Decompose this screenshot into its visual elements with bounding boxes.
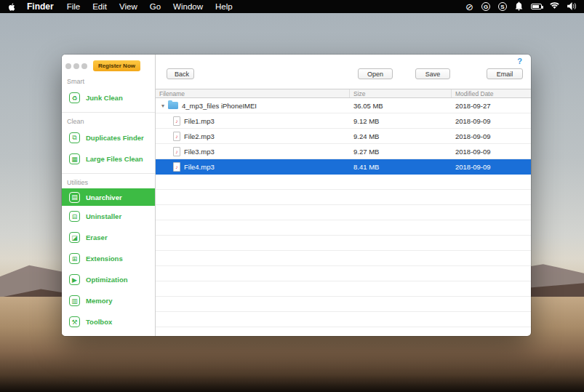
music-note-icon: ♪ [175, 149, 178, 154]
sidebar-item-extensions[interactable]: ⊞Extensions [62, 248, 155, 269]
duplicates-finder-icon: ⧉ [69, 132, 80, 143]
empty-row [156, 220, 531, 236]
sidebar-item-label: Extensions [86, 255, 123, 263]
menu-window[interactable]: Window [173, 2, 203, 11]
filename-text: 4_mp3_files iPhoneIMEI [182, 102, 257, 110]
sidebar-item-memory[interactable]: ▥Memory [62, 290, 155, 311]
active-app-name[interactable]: Finder [27, 1, 54, 12]
table-row[interactable]: ♪File1.mp39.12 MB2018-09-09 [156, 113, 531, 129]
grammarly-icon[interactable]: G [481, 2, 490, 11]
uninstaller-icon: ⊟ [69, 211, 80, 222]
email-button[interactable]: Email [487, 68, 523, 79]
extensions-icon: ⊞ [69, 253, 80, 264]
menu-file[interactable]: File [67, 2, 81, 11]
music-note-icon: ♪ [175, 119, 178, 124]
sidebar-section-label: Utilities [62, 174, 155, 188]
filename-text: File3.mp3 [184, 148, 215, 156]
sidebar-item-uninstaller[interactable]: ⊟Uninstaller [62, 206, 155, 227]
menu-status-icons: ⊘ G S [465, 1, 577, 12]
empty-row [156, 312, 531, 327]
size-cell: 9.12 MB [350, 113, 452, 128]
disclosure-triangle-icon[interactable]: ▾ [161, 103, 164, 109]
wifi-icon[interactable] [550, 2, 559, 11]
filename-cell: ♪File4.mp3 [156, 159, 350, 174]
sidebar-item-label: Duplicates Finder [86, 134, 144, 142]
sidebar-section-label: Clean [62, 113, 155, 127]
sidebar-item-unarchiver[interactable]: ▤Unarchiver [62, 188, 155, 206]
skype-icon[interactable]: S [498, 2, 507, 11]
sidebar-section-clean: Clean⧉Duplicates Finder▦Large Files Clea… [62, 112, 155, 169]
toolbar: Back Open Save Email ? [156, 55, 531, 89]
column-header-modified-date[interactable]: Modified Date [452, 89, 531, 97]
memory-icon: ▥ [69, 295, 80, 306]
minimize-window-button[interactable] [73, 63, 79, 69]
table-row[interactable]: ▾4_mp3_files iPhoneIMEI36.05 MB2018-09-2… [156, 98, 531, 113]
sidebar-item-optimization[interactable]: ▶Optimization [62, 269, 155, 290]
zoom-window-button[interactable] [81, 63, 87, 69]
column-header-filename[interactable]: Filename [156, 89, 350, 97]
sidebar-item-label: Memory [86, 297, 112, 305]
large-files-clean-icon: ▦ [69, 153, 80, 164]
menu-view[interactable]: View [119, 2, 137, 11]
filename-text: File2.mp3 [184, 132, 215, 140]
sidebar-item-label: Uninstaller [86, 212, 121, 220]
help-button[interactable]: ? [517, 57, 522, 65]
toolbox-icon: ⚒ [69, 316, 80, 327]
sidebar-item-eraser[interactable]: ◪Eraser [62, 227, 155, 248]
table-header: FilenameSizeModified Date [156, 89, 531, 98]
modified-date-cell: 2018-09-09 [452, 159, 531, 174]
junk-clean-icon: ♻ [69, 92, 80, 103]
music-note-icon: ♪ [175, 134, 178, 139]
back-button[interactable]: Back [167, 68, 194, 79]
filename-cell: ♪File3.mp3 [156, 144, 350, 159]
mp3-file-icon: ♪ [173, 147, 180, 156]
empty-row [156, 266, 531, 281]
open-button[interactable]: Open [358, 68, 393, 79]
register-now-button[interactable]: Register Now [93, 60, 140, 71]
sidebar-item-label: Unarchiver [86, 193, 122, 201]
modified-date-cell: 2018-09-27 [452, 98, 531, 113]
sidebar-item-duplicates-finder[interactable]: ⧉Duplicates Finder [62, 127, 155, 148]
sidebar-item-toolbox[interactable]: ⚒Toolbox [62, 311, 155, 332]
empty-row [156, 251, 531, 266]
sidebar-item-junk-clean[interactable]: ♻Junk Clean [62, 87, 155, 108]
main-panel: Back Open Save Email ? FilenameSizeModif… [155, 55, 531, 336]
sidebar-item-large-files-clean[interactable]: ▦Large Files Clean [62, 148, 155, 169]
filename-cell: ▾4_mp3_files iPhoneIMEI [156, 98, 350, 113]
mp3-file-icon: ♪ [173, 132, 180, 141]
filename-text: File1.mp3 [184, 117, 215, 125]
menu-bar: Finder FileEditViewGoWindowHelp ⊘ G S [0, 0, 584, 13]
menu-help[interactable]: Help [215, 2, 233, 11]
size-cell: 8.41 MB [350, 159, 452, 174]
empty-row [156, 281, 531, 297]
filename-text: File4.mp3 [184, 163, 215, 171]
empty-row [156, 327, 531, 336]
volume-icon[interactable] [567, 2, 577, 12]
sidebar-item-label: Toolbox [86, 318, 112, 326]
bell-icon[interactable] [515, 1, 523, 12]
table-row[interactable]: ♪File3.mp39.27 MB2018-09-09 [156, 144, 531, 159]
sidebar-item-label: Optimization [86, 276, 128, 284]
menu-edit[interactable]: Edit [92, 2, 107, 11]
apple-menu-icon[interactable] [7, 2, 15, 12]
table-row[interactable]: ♪File4.mp38.41 MB2018-09-09 [156, 159, 531, 175]
modified-date-cell: 2018-09-09 [452, 129, 531, 143]
table-body: ▾4_mp3_files iPhoneIMEI36.05 MB2018-09-2… [156, 98, 531, 336]
table-row[interactable]: ♪File2.mp39.24 MB2018-09-09 [156, 129, 531, 144]
music-note-icon: ♪ [175, 164, 178, 169]
empty-row [156, 205, 531, 220]
menu-go[interactable]: Go [150, 2, 161, 11]
empty-row [156, 297, 531, 312]
battery-icon[interactable] [531, 4, 542, 9]
column-header-size[interactable]: Size [350, 89, 452, 97]
unarchiver-icon: ▤ [69, 192, 80, 203]
close-window-button[interactable] [65, 63, 71, 69]
size-cell: 36.05 MB [350, 98, 452, 113]
sidebar-section-utilities: Utilities▤Unarchiver⊟Uninstaller◪Eraser⊞… [62, 173, 155, 332]
dnd-icon[interactable]: ⊘ [465, 2, 473, 12]
save-button[interactable]: Save [415, 68, 450, 79]
sidebar-section-label: Smart [62, 73, 155, 87]
desktop: Finder FileEditViewGoWindowHelp ⊘ G S [0, 0, 584, 392]
window-controls: Register Now [62, 55, 155, 73]
empty-row [156, 236, 531, 251]
